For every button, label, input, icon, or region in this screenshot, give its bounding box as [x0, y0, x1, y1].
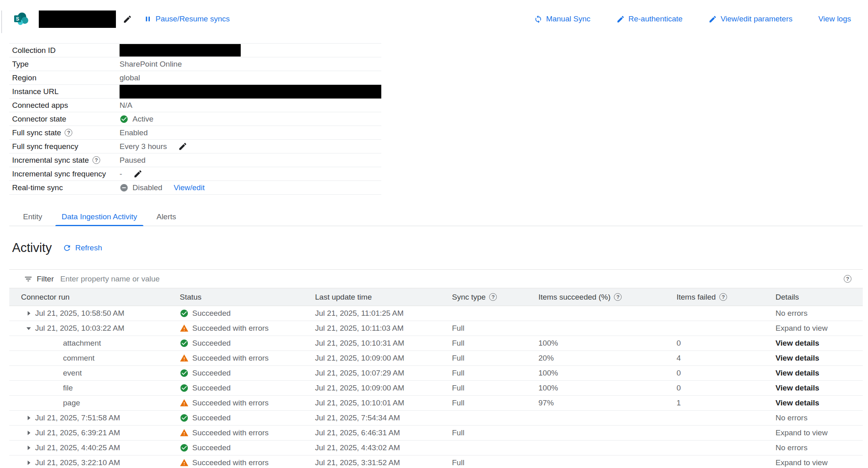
- filter-bar: Filter ?: [9, 270, 863, 288]
- type-value: SharePoint Online: [120, 60, 182, 69]
- view-details-link[interactable]: View details: [776, 399, 819, 407]
- items-failed: 4: [677, 354, 776, 363]
- table-row: Jul 21, 2025, 10:58:50 AMSucceededJul 21…: [9, 306, 863, 321]
- last-update-time: Jul 21, 2025, 10:07:29 AM: [315, 369, 452, 378]
- table-row: pageSucceeded with errorsJul 21, 2025, 1…: [9, 396, 863, 411]
- refresh-button[interactable]: Refresh: [63, 243, 102, 252]
- filter-label: Filter: [37, 275, 54, 283]
- table-row: fileSucceededJul 21, 2025, 10:09:00 AMFu…: [9, 381, 863, 396]
- view-details-link[interactable]: View details: [776, 369, 819, 378]
- sync-type: Full: [452, 339, 538, 348]
- table-row: Jul 21, 2025, 7:51:58 AMSucceededJul 21,…: [9, 411, 863, 426]
- warning-icon: [180, 399, 189, 407]
- items-succeeded: 97%: [538, 399, 677, 407]
- entity-name: page: [63, 399, 80, 407]
- pause-icon: [144, 15, 152, 23]
- view-details-link[interactable]: View details: [776, 384, 819, 392]
- check-circle-icon: [180, 339, 189, 348]
- real-time-sync-view-edit-link[interactable]: View/edit: [174, 183, 205, 192]
- expand-row-icon[interactable]: [25, 429, 33, 437]
- view-edit-parameters-button[interactable]: View/edit parameters: [708, 15, 792, 23]
- connected-apps-label: Connected apps: [12, 101, 68, 110]
- incremental-sync-frequency-label: Incremental sync frequency: [12, 170, 106, 178]
- property-row: Regionglobal: [9, 71, 381, 85]
- collapse-row-icon[interactable]: [25, 324, 33, 332]
- view-edit-parameters-label: View/edit parameters: [721, 15, 792, 23]
- view-details-link[interactable]: View details: [776, 339, 819, 348]
- full-sync-state-value: Enabled: [120, 128, 148, 137]
- table-header-row: Connector runStatusLast update timeSync …: [9, 288, 863, 306]
- connector-run-time: Jul 21, 2025, 6:39:21 AM: [35, 428, 120, 437]
- expand-row-icon[interactable]: [25, 459, 33, 467]
- manual-sync-button[interactable]: Manual Sync: [534, 15, 591, 23]
- table-row: Jul 21, 2025, 3:22:10 AMSucceeded with e…: [9, 455, 863, 468]
- items-succeeded: 100%: [538, 369, 677, 378]
- property-row: Real-time syncDisabledView/edit: [9, 181, 381, 195]
- details-text: Expand to view: [776, 458, 828, 467]
- instance-url-value-redacted: [120, 85, 381, 99]
- items-failed: 0: [677, 384, 776, 392]
- connector-run-time: Jul 21, 2025, 7:51:58 AM: [35, 413, 120, 422]
- last-update-time: Jul 21, 2025, 7:54:34 AM: [315, 413, 452, 422]
- edit-icon[interactable]: [178, 142, 187, 151]
- column-header-items-succeeded: Items succeeded (%)?: [538, 293, 677, 302]
- expand-row-icon[interactable]: [25, 444, 33, 452]
- items-failed: 0: [677, 339, 776, 348]
- property-row: Connected appsN/A: [9, 99, 381, 112]
- expand-row-icon[interactable]: [25, 414, 33, 422]
- table-help-icon[interactable]: ?: [844, 275, 851, 283]
- status-label: Succeeded with errors: [192, 458, 269, 467]
- details-text: No errors: [776, 309, 807, 318]
- expand-row-icon[interactable]: [25, 309, 33, 317]
- pause-resume-syncs-button[interactable]: Pause/Resume syncs: [144, 15, 230, 23]
- warning-icon: [180, 428, 189, 437]
- help-icon[interactable]: ?: [489, 293, 497, 301]
- pause-resume-label: Pause/Resume syncs: [156, 15, 230, 23]
- help-icon[interactable]: ?: [719, 293, 727, 301]
- column-header-status: Status: [180, 293, 315, 302]
- entity-name: attachment: [63, 339, 101, 348]
- connector-detail-page: S Pause/Resume syncs Manual SyncRe-authe…: [0, 0, 868, 468]
- tab-alerts[interactable]: Alerts: [147, 208, 186, 226]
- tab-data-ingestion-activity[interactable]: Data Ingestion Activity: [52, 208, 147, 226]
- status-label: Succeeded: [192, 309, 231, 318]
- pencil-icon: [616, 15, 625, 23]
- disabled-icon: [120, 183, 128, 192]
- column-header-items-failed: Items failed?: [677, 293, 776, 302]
- warning-icon: [180, 324, 189, 333]
- details-text: Expand to view: [776, 324, 828, 333]
- help-icon[interactable]: ?: [92, 156, 100, 164]
- check-circle-icon: [180, 443, 189, 452]
- help-icon[interactable]: ?: [614, 293, 622, 301]
- sharepoint-icon: S: [14, 12, 29, 26]
- collection-id-value-redacted: [120, 44, 241, 57]
- table-row: Jul 21, 2025, 6:39:21 AMSucceeded with e…: [9, 426, 863, 441]
- header-actions: Manual SyncRe-authenticateView/edit para…: [534, 15, 851, 23]
- check-circle-icon: [180, 413, 189, 422]
- filter-icon: [24, 275, 33, 283]
- status-label: Succeeded: [192, 339, 231, 348]
- sync-type: Full: [452, 399, 538, 407]
- property-row: Incremental sync state?Paused: [9, 153, 381, 167]
- view-logs-button[interactable]: View logs: [818, 15, 851, 23]
- sync-type: Full: [452, 369, 538, 378]
- re-authenticate-label: Re-authenticate: [628, 15, 683, 23]
- region-value: global: [120, 73, 140, 82]
- sync-type: Full: [452, 458, 538, 467]
- view-details-link[interactable]: View details: [776, 354, 819, 363]
- status-label: Succeeded: [192, 413, 231, 422]
- help-icon[interactable]: ?: [65, 129, 72, 136]
- instance-url-label: Instance URL: [12, 87, 59, 96]
- edit-name-icon[interactable]: [123, 15, 132, 24]
- property-row: Collection ID: [9, 44, 381, 57]
- edit-icon[interactable]: [133, 169, 143, 178]
- filter-input[interactable]: [60, 275, 844, 283]
- last-update-time: Jul 21, 2025, 10:10:01 AM: [315, 399, 452, 407]
- entity-name: event: [63, 369, 82, 378]
- tab-entity[interactable]: Entity: [13, 208, 52, 226]
- status-label: Succeeded: [192, 443, 231, 452]
- re-authenticate-button[interactable]: Re-authenticate: [616, 15, 683, 23]
- view-logs-label: View logs: [818, 15, 851, 23]
- items-succeeded: 100%: [538, 339, 677, 348]
- table-row: commentSucceeded with errorsJul 21, 2025…: [9, 351, 863, 366]
